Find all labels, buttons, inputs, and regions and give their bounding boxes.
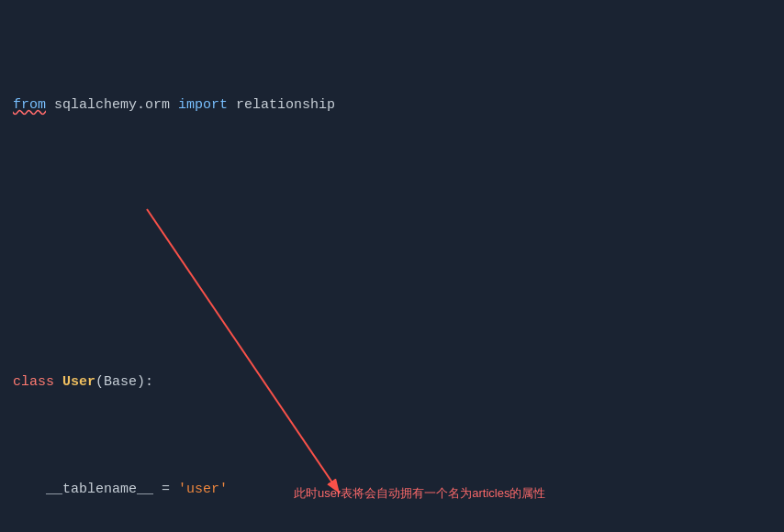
annotation-text: 此时user表将会自动拥有一个名为articles的属性 [294,484,545,503]
code-editor: from sqlalchemy.orm import relationship … [0,0,784,532]
code-line-4: class User(Base): [9,371,784,393]
code-line-2 [9,201,784,222]
code-line-1: from sqlalchemy.orm import relationship [9,94,784,116]
code-line-3 [9,265,784,286]
